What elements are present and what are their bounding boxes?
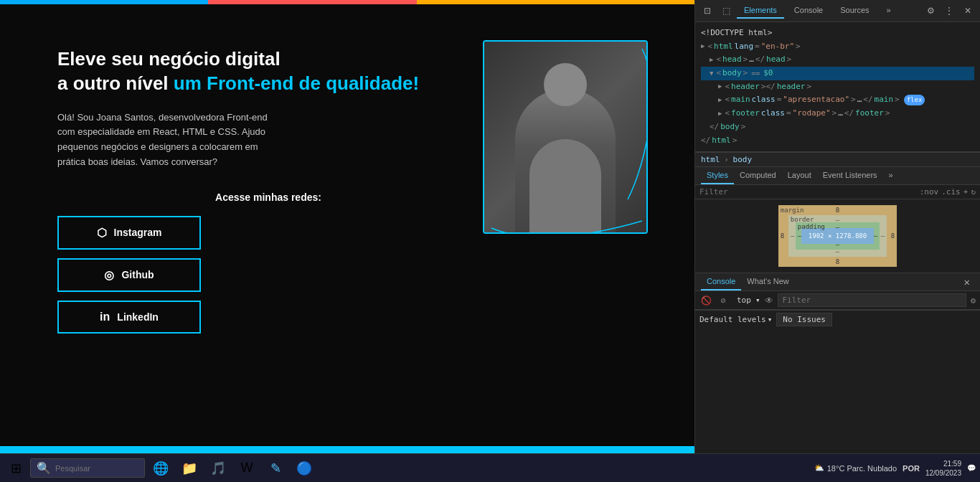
search-icon: 🔍 xyxy=(37,461,51,475)
taskbar-app-chrome[interactable]: 🔵 xyxy=(291,455,317,481)
search-input[interactable] xyxy=(55,464,134,473)
devtools-settings-btn[interactable]: ⚙ xyxy=(923,3,938,19)
taskbar: ⊞ 🔍 🌐 📁 🎵 W ✎ 🔵 ⛅ 18°C Parc. Nublado POR… xyxy=(0,453,980,482)
svg-point-0 xyxy=(646,89,648,95)
default-levels-text: Default levels xyxy=(699,315,766,324)
box-border: border – – – – padding – – – – 1902 × 12… xyxy=(788,215,887,257)
taskbar-app-spotify[interactable]: 🎵 xyxy=(205,455,231,481)
devtools-device-btn[interactable]: ⬚ xyxy=(718,3,734,19)
console-filter xyxy=(778,293,966,307)
instagram-button[interactable]: ⬡ Instagram xyxy=(57,216,201,250)
console-filter-input[interactable] xyxy=(783,296,961,305)
social-label: Acesse minhas redes: xyxy=(57,192,479,203)
close-console-btn[interactable]: ✕ xyxy=(960,275,974,289)
taskbar-app-word[interactable]: W xyxy=(234,455,260,481)
box-model-container: margin 8 8 8 8 border – – – – padding – … xyxy=(695,199,980,273)
html-line-main[interactable]: ▶ <main class="apresentacao"> … </main> … xyxy=(701,93,974,107)
tab-computed[interactable]: Computed xyxy=(734,167,782,184)
expand-icon: ▶ xyxy=(718,81,722,92)
person-body xyxy=(529,139,601,232)
html-line-html[interactable]: ▶ <html lang="en-br" > xyxy=(701,40,974,54)
devtools-inspect-btn[interactable]: ⊡ xyxy=(699,3,715,19)
clock-date: 12/09/2023 xyxy=(925,468,961,478)
breadcrumb-html[interactable]: html xyxy=(701,155,720,164)
expand-icon: ▶ xyxy=(718,95,722,105)
margin-label: margin xyxy=(781,207,804,214)
tab-console-main[interactable]: Console xyxy=(701,273,741,290)
taskbar-app-editor[interactable]: ✎ xyxy=(263,455,288,481)
dropdown-arrow: ▾ xyxy=(755,296,760,305)
devtools-panel: ⊡ ⬚ Elements Console Sources » ⚙ ⋮ ✕ <!D… xyxy=(694,0,980,482)
headline-part1: Eleve seu negócio digital xyxy=(57,48,281,70)
tab-elements[interactable]: Elements xyxy=(737,3,784,19)
styles-tabs: Styles Computed Layout Event Listeners » xyxy=(695,167,980,185)
html-line-header[interactable]: ▶ <header></header> xyxy=(701,80,974,94)
console-gear-icon[interactable]: ⚙ xyxy=(971,296,976,306)
clock-time: 21:59 xyxy=(925,459,961,468)
default-levels-arrow: ▾ xyxy=(768,315,773,324)
image-section xyxy=(479,33,666,234)
tab-whats-new[interactable]: What's New xyxy=(741,273,794,290)
tab-more[interactable]: » xyxy=(880,3,898,19)
devtools-close-btn[interactable]: ✕ xyxy=(960,3,976,19)
main-content: Eleve seu negócio digital a outro nível … xyxy=(0,4,694,446)
linkedin-button[interactable]: in LinkedIn xyxy=(57,301,201,334)
headline-highlight: um Front-end de qualidade! xyxy=(174,72,419,94)
styles-filter-input[interactable] xyxy=(699,187,917,197)
github-button[interactable]: ◎ Github xyxy=(57,258,201,292)
devtools-more-btn[interactable]: ⋮ xyxy=(941,3,957,19)
html-tree: <!DOCTYPE html> ▶ <html lang="en-br" > ▶… xyxy=(695,22,980,151)
filter-refresh[interactable]: ↻ xyxy=(971,187,976,197)
tab-sources[interactable]: Sources xyxy=(833,3,876,19)
linkedin-label: LinkedIn xyxy=(117,311,159,323)
language-indicator: POR xyxy=(903,464,920,473)
padding-label: padding xyxy=(798,223,825,230)
start-button[interactable]: ⊞ xyxy=(4,457,27,480)
system-clock: 21:59 12/09/2023 xyxy=(925,459,961,478)
headline: Eleve seu negócio digital a outro nível … xyxy=(57,47,479,96)
devtools-topbar: ⊡ ⬚ Elements Console Sources » ⚙ ⋮ ✕ xyxy=(695,0,980,22)
box-padding: padding – – – – 1902 × 1278.880 xyxy=(796,222,880,250)
instagram-icon: ⬡ xyxy=(97,226,107,240)
filter-add[interactable]: + xyxy=(963,187,969,197)
tab-layout[interactable]: Layout xyxy=(782,167,817,184)
taskbar-app-1[interactable]: 🌐 xyxy=(148,455,174,481)
top-context-dropdown[interactable]: top ▾ xyxy=(734,296,760,305)
tab-console[interactable]: Console xyxy=(787,3,830,19)
expand-icon: ▶ xyxy=(701,41,705,52)
breadcrumb-sep: › xyxy=(725,156,729,164)
padding-top-val: – xyxy=(836,224,839,231)
html-line-footer[interactable]: ▶ <footer class="rodape"> … </footer> xyxy=(701,107,974,120)
html-line-doctype: <!DOCTYPE html> xyxy=(701,27,974,40)
description-text: Olá! Sou Joana Santos, desenvolvedora Fr… xyxy=(57,110,273,170)
html-line-head[interactable]: ▶ <head> … </head> xyxy=(701,53,974,67)
tab-styles[interactable]: Styles xyxy=(701,167,734,184)
padding-left-val: – xyxy=(798,232,801,240)
border-left-val: – xyxy=(791,232,794,240)
console-clear-icon[interactable]: 🚫 xyxy=(699,294,712,307)
taskbar-app-2[interactable]: 📁 xyxy=(176,455,202,481)
eye-icon[interactable]: 👁 xyxy=(765,296,773,306)
html-line-body-close: </body> xyxy=(701,120,974,134)
search-box[interactable]: 🔍 xyxy=(30,458,145,478)
expand-icon: ▶ xyxy=(710,55,713,65)
breadcrumb-body[interactable]: body xyxy=(733,155,753,164)
console-toolbar: 🚫 ⊘ top ▾ 👁 ⚙ xyxy=(695,291,980,310)
filter-icons: :nov .cis + ↻ xyxy=(920,187,976,197)
tab-styles-more[interactable]: » xyxy=(883,167,899,184)
default-levels[interactable]: Default levels ▾ xyxy=(699,315,772,324)
border-right-val: – xyxy=(881,232,885,240)
github-label: Github xyxy=(121,269,154,280)
profile-image xyxy=(484,42,646,232)
linkedin-icon: in xyxy=(100,311,110,323)
notification-icon[interactable]: 💬 xyxy=(967,464,976,472)
console-tabs: Console What's New ✕ xyxy=(695,273,980,291)
filter-bar: :nov .cis + ↻ xyxy=(695,185,980,199)
taskbar-right: ⛅ 18°C Parc. Nublado POR 21:59 12/09/202… xyxy=(814,459,976,478)
html-line-body[interactable]: ▼ <body> == $0 xyxy=(701,67,974,80)
expand-icon: ▶ xyxy=(718,108,722,119)
weather-info: ⛅ 18°C Parc. Nublado xyxy=(814,463,897,473)
margin-bottom-val: 8 xyxy=(836,258,839,265)
tab-event-listeners[interactable]: Event Listeners xyxy=(817,167,883,184)
console-block-icon[interactable]: ⊘ xyxy=(717,294,730,307)
